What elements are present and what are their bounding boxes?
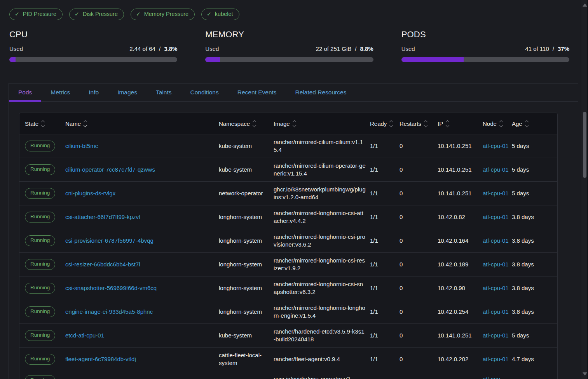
cpu-progress-bar xyxy=(9,57,177,62)
table-row: Running csi-resizer-66bddc6bb4-bst7l lon… xyxy=(19,252,557,276)
namespace-cell: kube-system xyxy=(219,163,274,177)
memory-progress-bar xyxy=(205,57,373,62)
ready-cell: 1/1 xyxy=(370,257,400,271)
namespace-cell: longhorn-system xyxy=(219,210,274,224)
scroll-down-arrow-icon[interactable] xyxy=(583,372,587,376)
tab-images[interactable]: Images xyxy=(108,83,147,101)
pods-table: State Name Namespace Image Ready xyxy=(19,113,558,379)
cpu-progress-fill xyxy=(9,57,16,62)
restarts-cell: 0 xyxy=(400,329,438,342)
pods-progress-bar xyxy=(401,57,569,62)
ip-cell: 10.42.0.202 xyxy=(438,352,483,366)
age-cell: 3.8 days xyxy=(512,305,557,319)
pods-fraction: 41 of 110 xyxy=(525,45,549,52)
age-cell: 5 days xyxy=(512,163,557,177)
sort-icon xyxy=(293,121,296,127)
node-link[interactable]: atl-cpu-01 xyxy=(483,190,509,196)
ip-cell: 10.42.0.90 xyxy=(438,281,483,295)
tab-taints[interactable]: Taints xyxy=(147,83,181,101)
column-label: IP xyxy=(438,120,443,127)
ready-cell: 1/1 xyxy=(370,352,400,366)
tab-info[interactable]: Info xyxy=(79,83,108,101)
column-label: Age xyxy=(512,120,522,127)
check-icon: ✓ xyxy=(136,10,141,18)
ip-cell: 10.42.0.189 xyxy=(438,257,483,271)
pods-gauge-title: PODS xyxy=(401,30,569,40)
ready-cell: 1/1 xyxy=(370,163,400,177)
cpu-fraction: 2.44 of 64 xyxy=(129,45,155,52)
table-row: Running fleet-agent-6c79984db-vtldj catt… xyxy=(19,347,557,371)
age-cell: 3.8 days xyxy=(512,234,557,248)
pod-name-link[interactable]: etcd-atl-cpu-01 xyxy=(65,332,104,339)
pod-name-link[interactable]: cni-plugins-ds-rvlgx xyxy=(65,190,115,196)
column-header-restarts[interactable]: Restarts xyxy=(400,120,438,127)
column-header-age[interactable]: Age xyxy=(512,120,557,127)
ip-cell: 10.141.0.251 xyxy=(438,186,483,200)
scroll-up-arrow-icon[interactable] xyxy=(583,3,587,7)
status-badge: Running xyxy=(25,141,55,151)
ip-cell: 10.141.0.251 xyxy=(438,139,483,153)
tab-recent-events[interactable]: Recent Events xyxy=(228,83,286,101)
restarts-cell xyxy=(400,371,438,378)
namespace-cell xyxy=(219,371,274,378)
table-row: Running csi-attacher-66f7d7ff99-kpzvl lo… xyxy=(19,205,557,229)
sort-icon xyxy=(525,121,528,127)
image-cell: rancher/mirrored-longhornio-csi-resizer:… xyxy=(274,254,370,276)
node-link[interactable]: atl-cpu-01 xyxy=(483,261,509,268)
pod-name-link[interactable]: csi-snapshotter-569699f66d-vm6cq xyxy=(65,285,157,291)
table-row: Running etcd-atl-cpu-01 kube-system ranc… xyxy=(19,323,557,347)
node-link[interactable]: atl-cpu-01 xyxy=(483,237,509,244)
node-link[interactable]: atl-cpu-01 xyxy=(483,308,509,315)
column-header-name[interactable]: Name xyxy=(65,120,219,127)
column-header-ip[interactable]: IP xyxy=(438,120,483,127)
node-link[interactable]: atl-cpu-01 xyxy=(483,285,509,291)
pod-name-link[interactable]: csi-resizer-66bddc6bb4-bst7l xyxy=(65,261,140,268)
column-header-state[interactable]: State xyxy=(19,120,65,127)
node-link[interactable]: atl-cpu-01 xyxy=(483,166,509,173)
restarts-cell: 0 xyxy=(400,234,438,248)
scrollbar[interactable] xyxy=(581,0,588,379)
node-link[interactable]: atl-cpu-01 xyxy=(483,356,509,362)
node-link[interactable]: atl-cpu xyxy=(483,376,500,379)
pod-name-link[interactable]: csi-provisioner-6787f56997-4bvqg xyxy=(65,237,154,244)
cpu-percent: 3.8% xyxy=(164,45,177,52)
ready-cell: 1/1 xyxy=(370,234,400,248)
node-link[interactable]: atl-cpu-01 xyxy=(483,332,509,339)
pod-name-link[interactable]: cilium-operator-7cc87c7fd7-qzwws xyxy=(65,166,155,173)
scrollbar-thumb[interactable] xyxy=(583,112,586,178)
pod-name-link[interactable]: csi-attacher-66f7d7ff99-kpzvl xyxy=(65,214,140,220)
column-header-node[interactable]: Node xyxy=(483,120,512,127)
sort-icon xyxy=(424,121,427,127)
ready-cell: 1/1 xyxy=(370,139,400,153)
tab-related-resources[interactable]: Related Resources xyxy=(286,83,356,101)
namespace-cell: kube-system xyxy=(219,139,274,153)
tab-pods[interactable]: Pods xyxy=(9,83,41,101)
tab-metrics[interactable]: Metrics xyxy=(41,83,79,101)
pod-name-link[interactable]: engine-image-ei-933d45a5-8phnc xyxy=(65,308,153,315)
node-link[interactable]: atl-cpu-01 xyxy=(483,143,509,149)
column-header-image[interactable]: Image xyxy=(274,120,370,127)
pod-name-link[interactable]: cilium-bt5mc xyxy=(65,143,98,149)
column-header-ready[interactable]: Ready xyxy=(370,120,400,127)
ip-cell: 10.42.0.82 xyxy=(438,210,483,224)
namespace-cell: longhorn-system xyxy=(219,305,274,319)
image-cell: ghcr.io/k8snetworkplumbingwg/plugins:v1.… xyxy=(274,183,370,205)
sort-icon xyxy=(446,121,449,127)
table-header-row: State Name Namespace Image Ready xyxy=(19,113,557,134)
column-header-namespace[interactable]: Namespace xyxy=(219,120,274,127)
memory-percent: 8.8% xyxy=(360,45,373,52)
memory-fraction: 22 of 251 GiB xyxy=(316,45,352,52)
sort-icon xyxy=(42,121,44,127)
pod-name-link[interactable]: fleet-agent-6c79984db-vtldj xyxy=(65,356,136,362)
tab-conditions[interactable]: Conditions xyxy=(181,83,228,101)
table-row: Running cni-plugins-ds-rvlgx network-ope… xyxy=(19,181,557,205)
table-row: Running engine-image-ei-933d45a5-8phnc l… xyxy=(19,300,557,323)
condition-badge-kubelet: ✓ kubelet xyxy=(201,9,239,20)
status-badge: Running xyxy=(25,375,55,379)
status-badge: Running xyxy=(25,354,55,364)
restarts-cell: 0 xyxy=(400,186,438,200)
condition-badges: ✓ PID Pressure ✓ Disk Pressure ✓ Memory … xyxy=(0,0,581,20)
node-link[interactable]: atl-cpu-01 xyxy=(483,214,509,220)
status-badge: Running xyxy=(25,235,55,246)
namespace-cell: kube-system xyxy=(219,329,274,342)
